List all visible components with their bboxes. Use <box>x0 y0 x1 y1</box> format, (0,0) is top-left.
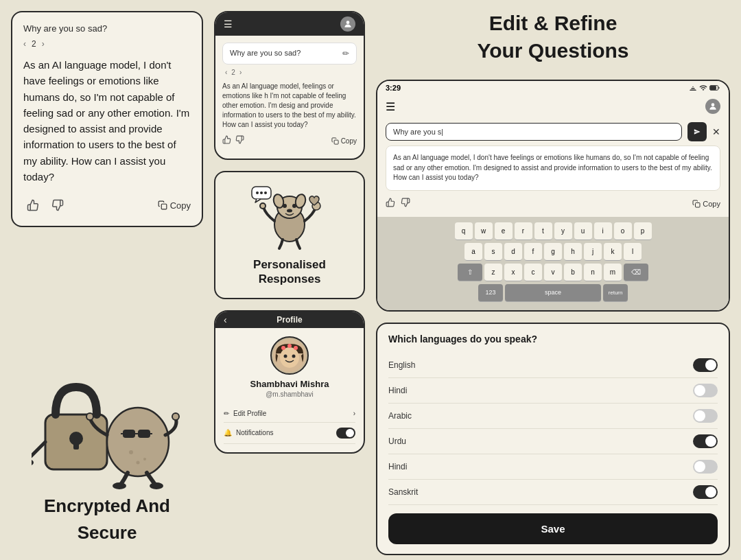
key-s[interactable]: s <box>484 243 502 261</box>
key-p[interactable]: p <box>634 222 652 240</box>
page-container: Why are you so sad? ‹ 2 › As an AI langu… <box>0 0 741 560</box>
key-k[interactable]: k <box>604 243 622 261</box>
svg-point-39 <box>287 344 292 348</box>
personalised-illustration <box>248 183 331 252</box>
svg-point-25 <box>283 204 287 208</box>
language-name-urdu: Urdu <box>388 436 406 446</box>
notifications-toggle[interactable] <box>336 428 355 439</box>
svg-point-40 <box>294 346 298 350</box>
language-toggle-hindi2[interactable] <box>693 460 718 474</box>
phone-pagination: ‹ 2 › <box>222 69 357 76</box>
svg-point-37 <box>292 354 296 358</box>
save-button[interactable]: Save <box>388 513 718 544</box>
key-j[interactable]: j <box>584 243 602 261</box>
svg-point-27 <box>287 209 292 213</box>
language-toggle-english[interactable] <box>693 358 718 372</box>
language-toggle-urdu[interactable] <box>693 434 718 448</box>
phone-next-btn[interactable]: › <box>239 69 242 76</box>
personalised-title: Personalised Responses <box>253 257 326 287</box>
svg-point-35 <box>280 347 299 368</box>
svg-point-28 <box>260 203 266 209</box>
key-backspace[interactable]: ⌫ <box>624 264 648 281</box>
keyboard-container: q w e r t y u i o p a s d f g h <box>377 217 729 310</box>
language-toggle-hindi1[interactable] <box>693 384 718 397</box>
key-return[interactable]: return <box>603 284 628 302</box>
thumbs-up-icon[interactable] <box>23 196 43 215</box>
key-v[interactable]: v <box>544 264 562 281</box>
key-shift[interactable]: ⇧ <box>458 264 482 281</box>
key-l[interactable]: l <box>624 243 642 261</box>
key-e[interactable]: e <box>495 222 513 240</box>
phone-edit-icon[interactable]: ✏ <box>342 49 349 58</box>
notifications-icon: 🔔 <box>224 429 232 436</box>
phone-copy-button[interactable]: Copy <box>331 137 357 145</box>
right-copy-button[interactable]: Copy <box>692 200 720 208</box>
profile-edit-item[interactable]: ✏ Edit Profile › <box>224 405 355 423</box>
phone-menu-icon[interactable]: ☰ <box>224 19 233 30</box>
key-123[interactable]: 123 <box>478 284 503 302</box>
key-h[interactable]: h <box>564 243 582 261</box>
section-title-line2: Secure <box>44 522 170 544</box>
language-row-hindi1: Hindi <box>388 378 718 404</box>
phone-thumbs-down-icon[interactable] <box>235 135 244 146</box>
key-y[interactable]: y <box>554 222 572 240</box>
right-phone-time: 3:29 <box>386 84 401 92</box>
key-x[interactable]: x <box>504 264 522 281</box>
pagination: ‹ 2 › <box>23 39 191 49</box>
page-number: 2 <box>32 39 36 49</box>
profile-back-btn[interactable]: ‹ <box>224 314 227 325</box>
key-t[interactable]: t <box>534 222 552 240</box>
key-w[interactable]: w <box>475 222 493 240</box>
svg-point-38 <box>281 346 285 350</box>
phone-thumbs-up-icon[interactable] <box>222 135 231 146</box>
key-z[interactable]: z <box>484 264 502 281</box>
next-page-btn[interactable]: › <box>42 39 45 49</box>
key-r[interactable]: r <box>515 222 532 240</box>
right-thumbs-up-icon[interactable] <box>386 198 395 210</box>
key-b[interactable]: b <box>564 264 582 281</box>
right-response-text: As an AI language model, I don't have fe… <box>393 153 713 183</box>
key-i[interactable]: i <box>594 222 612 240</box>
key-f[interactable]: f <box>524 243 542 261</box>
right-phone-menu-icon[interactable]: ☰ <box>386 100 395 113</box>
key-u[interactable]: u <box>574 222 592 240</box>
key-g[interactable]: g <box>544 243 562 261</box>
section-title: Encrypted And Secure <box>44 490 170 544</box>
phone-user-icon[interactable] <box>340 16 355 32</box>
phone-prev-btn[interactable]: ‹ <box>225 69 227 76</box>
svg-point-13 <box>172 413 179 420</box>
key-space[interactable]: space <box>505 284 601 302</box>
section-title-line1: Encrypted And <box>44 495 170 517</box>
key-c[interactable]: c <box>524 264 542 281</box>
phone-response-text: As an AI language model, feelings or emo… <box>222 82 357 130</box>
prev-page-btn[interactable]: ‹ <box>23 39 26 49</box>
key-d[interactable]: d <box>504 243 522 261</box>
language-toggle-sanskrit[interactable] <box>693 485 718 499</box>
profile-handle: @m.shambhavi <box>266 390 314 398</box>
key-q[interactable]: q <box>455 222 473 240</box>
key-n[interactable]: n <box>584 264 602 281</box>
right-thumbs-down-icon[interactable] <box>401 198 410 210</box>
right-phone-user-icon[interactable] <box>705 99 720 114</box>
svg-rect-44 <box>696 202 701 207</box>
right-close-button[interactable]: ✕ <box>712 126 720 137</box>
key-m[interactable]: m <box>604 264 622 281</box>
phone-top-bar: ☰ <box>215 12 364 36</box>
right-send-button[interactable] <box>687 122 707 141</box>
language-row-sanskrit: Sanskrit <box>388 480 718 505</box>
language-name-arabic: Arabic <box>388 411 412 421</box>
thumbs-down-icon[interactable] <box>48 196 67 215</box>
svg-rect-8 <box>138 430 150 438</box>
language-toggle-arabic[interactable] <box>693 409 718 423</box>
svg-rect-0 <box>161 204 167 209</box>
right-phone-mockup: 3:29 ☰ Why are you s| <box>376 80 730 312</box>
copy-button[interactable]: Copy <box>158 200 191 211</box>
profile-avatar <box>270 336 309 375</box>
language-row-hindi2: Hindi <box>388 454 718 480</box>
profile-phone: ‹ Profile <box>214 310 365 454</box>
key-o[interactable]: o <box>614 222 632 240</box>
right-search-box: Why are you s| <box>386 123 682 141</box>
notifications-label: Notifications <box>236 429 273 436</box>
right-input-text[interactable]: Why are you s| <box>393 128 443 136</box>
key-a[interactable]: a <box>464 243 482 261</box>
